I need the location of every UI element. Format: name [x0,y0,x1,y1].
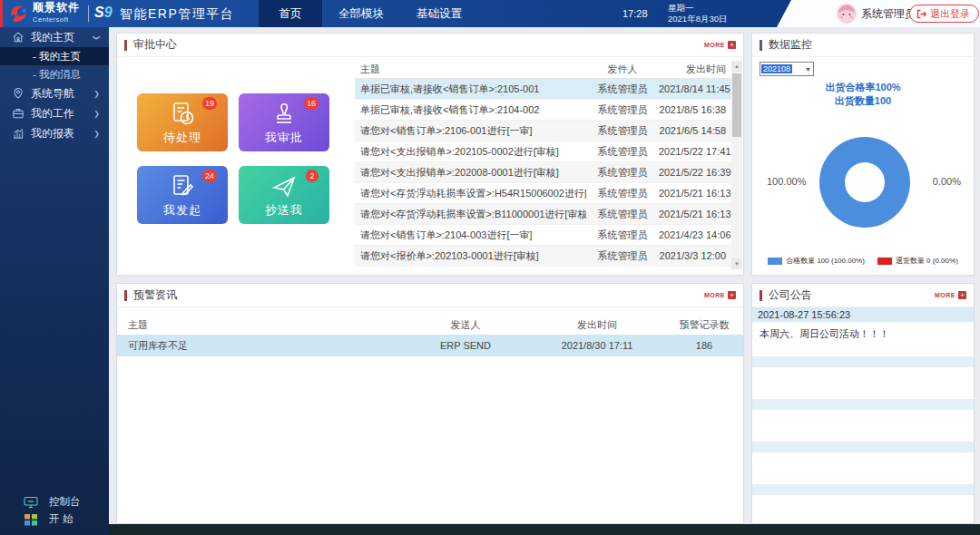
top-bar: 顺景软件 Centersoft S9 智能ERP管理平台 首页 全部模块 基础设… [0,0,980,27]
cell-time: 2021/8/30 17:11 [529,340,665,351]
alert-row[interactable]: 可用库存不足 ERP SEND 2021/8/30 17:11 186 [117,335,743,356]
brand-accent-strip [0,0,3,27]
chevron-right-icon: ❯ [93,110,100,118]
alerts-title: 预警资讯 [133,287,177,303]
alerts-table-header: 主题 发送人 发出时间 预警记录数 [117,315,743,335]
data-monitor-header: 数据监控 [752,34,974,57]
tile-label: 我审批 [239,130,329,146]
cell-subject: 请您对<报价单>:202103-0001进行[审核] [355,249,586,263]
product-logo-9: 9 [104,5,113,20]
announcement-date: 2021-08-27 15:56:23 [752,307,974,322]
top-bar-user-area: 系统管理员 退出登录 [777,0,980,27]
cell-subject: 请您对<存货浮动耗损率设置>:B11000001进行[审核] [355,208,586,221]
sidebar-item-my-work[interactable]: 我的工作 ❯ [0,103,109,123]
scroll-up-arrow-icon[interactable]: ▲ [731,61,742,72]
table-row[interactable]: 请您对<存货浮动耗损率设置>:H54R15006002进行[审核] 系统管理员 … [355,183,731,204]
company-name-cn: 顺景软件 [33,2,80,14]
announcement-empty-slot [752,442,974,478]
table-row[interactable]: 单据已审核,请接收<销售订单>:2104-002 系统管理员 2021/8/5 … [355,100,731,121]
paper-plane-icon [270,172,299,201]
table-row[interactable]: 请您对<报价单>:202103-0001进行[审核] 系统管理员 2021/3/… [355,246,731,267]
sidebar-subitem-my-messages[interactable]: - 我的消息 [0,65,109,83]
legend-item-return: 退货数量 0 (0.00%) [877,256,958,266]
start-button[interactable]: 开 始 [0,511,109,528]
announcement-empty-slot [752,484,974,520]
user-avatar[interactable] [837,4,857,24]
ship-qty-text: 出货数量100 [752,94,974,108]
logout-icon [916,9,926,19]
cell-sender: 系统管理员 [586,229,659,242]
table-scrollbar[interactable]: ▲ ▼ [731,61,742,269]
scroll-down-arrow-icon[interactable]: ▼ [731,258,742,269]
approval-table-header: 主题 发件人 发出时间 [355,61,731,79]
console-button[interactable]: 控制台 [0,493,109,511]
col-subject: 主题 [117,318,402,332]
table-row[interactable]: 请您对<销售订单>:2106-001进行[一审] 系统管理员 2021/6/5 … [355,121,731,141]
cell-subject: 请您对<销售订单>:2104-003进行[一审] [355,229,586,242]
map-pin-icon [12,87,24,100]
nav-tab-all-modules[interactable]: 全部模块 [322,0,400,27]
table-row[interactable]: 请您对<销售订单>:2104-003进行[一审] 系统管理员 2021/4/23… [355,225,731,246]
data-monitor-title: 数据监控 [769,37,812,53]
cell-sender: 系统管理员 [586,124,659,138]
col-sent-time: 发出时间 [659,63,731,76]
plus-icon: + [728,41,736,49]
cell-time: 2021/4/23 14:06 [659,229,731,240]
tile-pending[interactable]: 19 待处理 [137,93,228,151]
tile-my-initiated[interactable]: 24 我发起 [137,166,228,224]
period-select[interactable]: 202108 ▼ [760,62,814,76]
tile-my-approvals[interactable]: 16 我审批 [239,93,329,151]
clock-fulldate: 2021年8月30日 [668,14,727,24]
sidebar-item-my-reports[interactable]: 我的报表 ❯ [0,123,109,143]
cell-subject: 请您对<存货浮动耗损率设置>:H54R15006002进行[审核] [355,187,586,200]
sidebar-footer: 控制台 开 始 [0,493,109,528]
table-row[interactable]: 请您对<支出报销单>:202008-0001进行[审核] 系统管理员 2021/… [355,162,731,183]
sidebar-item-system-nav[interactable]: 系统导航 ❯ [0,83,109,103]
nav-tab-base-settings[interactable]: 基础设置 [400,0,478,27]
chevron-down-icon: ❯ [93,34,101,41]
tile-cc-me[interactable]: 2 抄送我 [239,166,329,224]
approval-more-button[interactable]: MORE + [704,41,736,49]
cell-time: 2021/8/14 11:45 [659,83,731,94]
cell-sender: 系统管理员 [586,166,659,180]
tile-label: 我发起 [137,202,228,219]
nav-tab-home[interactable]: 首页 [259,0,322,27]
pending-count-badge: 19 [202,97,217,110]
table-row[interactable]: 请您对<支出报销单>:202105-0002进行[审核] 系统管理员 2021/… [355,141,731,162]
cell-time: 2021/6/5 14:58 [659,125,731,136]
donut-hole [845,162,885,202]
app-title: 智能ERP管理平台 [120,0,234,27]
my-approvals-count-badge: 16 [304,97,318,110]
cell-time: 2021/5/22 17:41 [659,146,731,157]
sidebar-item-label: 我的报表 [31,126,74,141]
logout-button[interactable]: 退出登录 [909,5,979,23]
announcement-empty-slot [752,356,974,393]
tile-label: 待处理 [137,130,228,146]
clock-weekday: 星期一 [668,3,727,14]
cell-record-count: 186 [665,340,743,351]
sidebar-item-label: 我的主页 [31,30,74,45]
start-label: 开 始 [49,512,73,526]
company-logo-icon [7,3,29,24]
my-initiated-count-badge: 24 [202,170,217,182]
start-grid-icon [24,513,38,526]
announcements-title: 公司公告 [769,287,812,303]
sidebar-subitem-my-home[interactable]: - 我的主页 [0,47,109,65]
legend-swatch-red [877,258,892,265]
announcements-more-button[interactable]: MORE + [935,291,966,299]
cell-time: 2021/5/21 16:13 [659,188,731,199]
cell-time: 2021/5/22 16:39 [659,167,731,178]
scrollbar-thumb[interactable] [732,73,741,137]
sidebar-item-label: 系统导航 [31,86,74,102]
company-name: 顺景软件 Centersoft [33,2,80,25]
home-icon [12,31,24,44]
data-monitor-panel: 数据监控 202108 ▼ 出货合格率100% 出货数量100 100.00% … [751,33,975,276]
announcement-item[interactable]: 2021-08-27 15:56:23 本周六、周日公司活动！！！ [752,307,974,350]
table-row[interactable]: 单据已审核,请接收<销售订单>:2105-001 系统管理员 2021/8/14… [355,79,731,100]
table-row[interactable]: 请您对<存货浮动耗损率设置>:B11000001进行[审核] 系统管理员 202… [355,204,731,225]
cell-subject: 单据已审核,请接收<销售订单>:2104-002 [355,103,586,117]
sidebar-item-my-home[interactable]: 我的主页 ❯ [0,27,109,47]
col-sender: 发件人 [586,63,659,76]
alerts-more-button[interactable]: MORE + [704,291,736,299]
cell-sender: 系统管理员 [586,83,659,96]
